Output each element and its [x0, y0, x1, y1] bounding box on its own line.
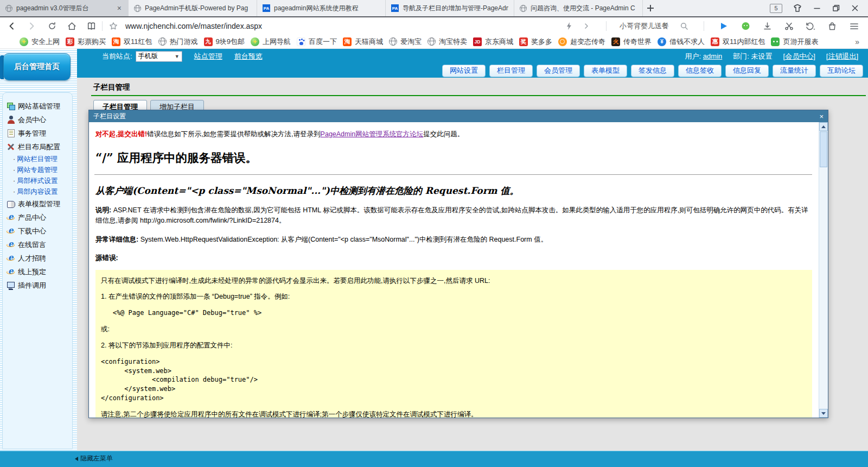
shopping-bag-icon[interactable]	[826, 20, 839, 33]
bookmark-item[interactable]: 彩彩票购买	[66, 37, 106, 47]
sidebar-home-button[interactable]: 后台管理首页	[3, 53, 71, 80]
sidebar-item[interactable]: 线上预定	[7, 265, 72, 279]
browser-tab[interactable]: pageadmin v3.0管理后台×	[0, 0, 129, 16]
bookmark-item[interactable]: 淘天猫商城	[343, 37, 383, 47]
logout-link[interactable]: [注销退出]	[826, 52, 858, 61]
sidebar-subitem[interactable]: 网站栏目管理	[7, 154, 72, 165]
site-select-value: 手机版	[138, 52, 158, 61]
toolbar-right-cluster: 小哥背婴儿送餐	[563, 20, 868, 33]
search-input[interactable]: 小哥背婴儿送餐	[620, 21, 669, 31]
tao-bookmark-icon: 淘	[343, 37, 352, 46]
scrollbar-thumb[interactable]	[820, 131, 827, 167]
new-tab-button[interactable]	[643, 0, 658, 16]
member-center-link[interactable]: [会员中心]	[783, 52, 815, 61]
browser-tab[interactable]: PA导航及子栏目的增加与管理-PageAdm	[386, 0, 514, 16]
server-error-heading: “/” 应用程序中的服务器错误。	[95, 150, 812, 166]
sidebar-item[interactable]: 插件调用	[7, 279, 72, 292]
sidebar-item[interactable]: 在线留言	[7, 238, 72, 251]
debug-instruction-line: 或:	[101, 325, 807, 334]
home-button[interactable]	[65, 20, 78, 33]
messenger-icon[interactable]	[739, 20, 752, 33]
scroll-down-button[interactable]	[819, 409, 828, 418]
nav-tab-2[interactable]: 栏目管理	[489, 65, 533, 77]
video-assistant-icon[interactable]	[717, 20, 730, 33]
bookmark-item[interactable]: 爱淘宝	[389, 37, 422, 47]
bookmark-star-icon[interactable]	[107, 20, 120, 33]
dialog-close-icon[interactable]: ×	[819, 113, 824, 120]
sidebar-subitem[interactable]: 局部内容设置	[7, 186, 72, 197]
undo-history-icon[interactable]	[804, 20, 817, 33]
sidebar-item[interactable]: 栏目布局配置	[7, 140, 72, 154]
site-manage-link[interactable]: 站点管理	[194, 52, 222, 61]
restore-button[interactable]	[832, 4, 840, 12]
browser-tab[interactable]: PApageadmin网站系统使用教程	[257, 0, 386, 16]
sidebar-item[interactable]: 产品中心	[7, 211, 72, 224]
close-window-button[interactable]	[851, 4, 859, 12]
nav-tab-1[interactable]: 网站设置	[442, 65, 486, 77]
nav-tab-6[interactable]: 信息签收	[678, 65, 722, 77]
bookmark-item[interactable]: 淘宝特卖	[427, 37, 467, 47]
bookmark-item[interactable]: 淘双11红包	[112, 37, 152, 47]
source-error-label: 源错误:	[95, 253, 812, 263]
back-button[interactable]	[5, 20, 18, 33]
tab-count-badge[interactable]: 5	[770, 4, 782, 13]
scrollbar-track[interactable]	[819, 168, 828, 409]
site-select[interactable]: 手机版 ▼	[136, 51, 182, 62]
hide-left-menu-button[interactable]: 隐藏左菜单	[75, 454, 113, 463]
refresh-button[interactable]	[46, 20, 59, 33]
bookmark-item[interactable]: ¥借钱不求人	[658, 37, 705, 47]
sidebar-subitem[interactable]: 网站专题管理	[7, 165, 72, 175]
affair-icon	[7, 129, 16, 138]
sidebar-subitem[interactable]: 局部样式设置	[7, 175, 72, 186]
menu-icon[interactable]	[847, 20, 860, 33]
reading-mode-icon[interactable]	[85, 20, 98, 33]
nav-tab-7[interactable]: 信息回复	[725, 65, 769, 77]
screenshot-scissors-icon[interactable]	[782, 20, 795, 33]
nav-tab-3[interactable]: 会员管理	[537, 65, 580, 77]
bookmark-item[interactable]: 九9块9包邮	[204, 37, 245, 47]
download-icon[interactable]	[761, 20, 774, 33]
bookmark-item[interactable]: JD京东商城	[473, 37, 513, 47]
bookmark-item[interactable]: 火传奇世界	[611, 37, 652, 47]
nav-tab-5[interactable]: 签发信息	[631, 65, 674, 77]
exception-subheading: 从客户端(Content="<p class="MsoNormal"...")中…	[95, 185, 812, 197]
browser-tab[interactable]: 问题咨询、使用交流 - PageAdmin C	[514, 0, 643, 16]
bookmark-item[interactable]: 奖奖多多	[519, 37, 552, 47]
user-name-link[interactable]: admin	[703, 52, 722, 60]
dialog-scrollbar[interactable]	[819, 122, 828, 418]
scroll-up-button[interactable]	[819, 122, 828, 131]
sidebar-item[interactable]: 下载中心	[7, 224, 72, 238]
sub-column-settings-dialog: 子栏目设置 × 对不起,提交出错!错误信息如下所示,如您需要提供帮助或解决方法,…	[88, 110, 828, 418]
bookmark-item[interactable]: 惠双11内部红包	[711, 37, 765, 47]
bookmarks-overflow-chevron[interactable]: »	[855, 37, 868, 46]
nav-tab-4[interactable]: 表单模型	[584, 65, 627, 77]
bookmark-item[interactable]: 热门游戏	[158, 37, 198, 47]
front-preview-link[interactable]: 前台预览	[234, 52, 263, 61]
nav-tab-8[interactable]: 流量统计	[773, 65, 816, 77]
nav-tab-9[interactable]: 互助论坛	[820, 65, 863, 77]
bookmark-label: 爱淘宝	[400, 37, 422, 47]
tab-close-icon[interactable]: ×	[116, 4, 123, 12]
chevron-right-icon[interactable]	[580, 20, 593, 33]
sidebar-item[interactable]: 表单模型管理	[7, 197, 72, 211]
theme-shirt-icon[interactable]	[793, 3, 802, 13]
bookmark-item[interactable]: 超变态传奇	[558, 37, 605, 47]
browser-tab[interactable]: PageAdmin手机版-Powered by Pag	[129, 0, 257, 16]
ie-icon	[7, 267, 16, 276]
bookmark-item[interactable]: +安全上网	[20, 37, 60, 47]
forum-link[interactable]: PageAdmin网站管理系统官方论坛	[321, 130, 424, 138]
forward-button[interactable]	[25, 20, 38, 33]
address-url[interactable]: www.njchenchi.com/e/master/index.aspx	[125, 22, 262, 30]
sidebar-item[interactable]: 会员中心	[7, 113, 72, 127]
bookmark-item[interactable]: +上网导航	[251, 37, 291, 47]
search-icon[interactable]	[678, 20, 691, 33]
bookmark-item[interactable]: 页游开服表	[771, 37, 818, 47]
sidebar-item[interactable]: 网站基础管理	[7, 99, 72, 113]
sidebar-item[interactable]: 事务管理	[7, 127, 72, 140]
minimize-button[interactable]	[813, 4, 821, 12]
sidebar-item[interactable]: 人才招聘	[7, 251, 72, 265]
speed-mode-icon[interactable]	[563, 20, 576, 33]
bookmark-item[interactable]: 百度一下	[297, 37, 337, 47]
current-site-label: 当前站点:	[102, 52, 132, 61]
bookmarks-list: +安全上网彩彩票购买淘双11红包热门游戏九9块9包邮+上网导航百度一下淘天猫商城…	[20, 37, 824, 47]
